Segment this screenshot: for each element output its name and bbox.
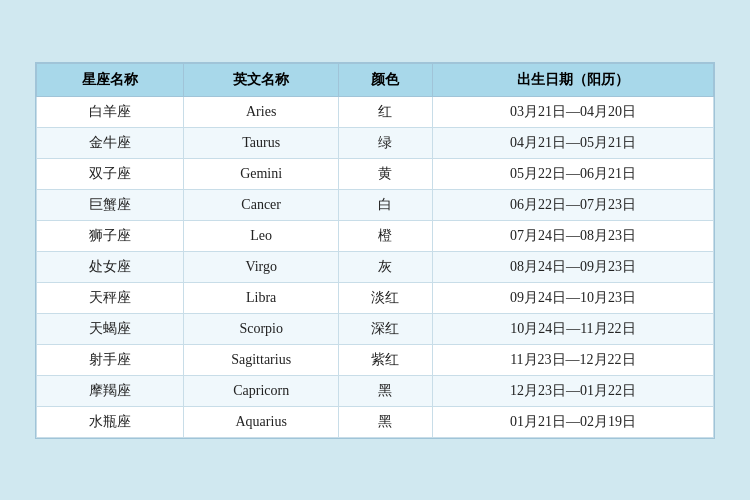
- zodiac-table-wrapper: 星座名称 英文名称 颜色 出生日期（阳历） 白羊座Aries红03月21日—04…: [35, 62, 715, 439]
- table-body: 白羊座Aries红03月21日—04月20日金牛座Taurus绿04月21日—0…: [37, 96, 714, 437]
- table-row: 天蝎座Scorpio深红10月24日—11月22日: [37, 313, 714, 344]
- cell-english-name: Sagittarius: [184, 344, 339, 375]
- cell-color: 深红: [339, 313, 433, 344]
- cell-english-name: Capricorn: [184, 375, 339, 406]
- table-row: 巨蟹座Cancer白06月22日—07月23日: [37, 189, 714, 220]
- cell-chinese-name: 摩羯座: [37, 375, 184, 406]
- cell-dates: 03月21日—04月20日: [432, 96, 713, 127]
- table-row: 摩羯座Capricorn黑12月23日—01月22日: [37, 375, 714, 406]
- table-row: 金牛座Taurus绿04月21日—05月21日: [37, 127, 714, 158]
- cell-dates: 06月22日—07月23日: [432, 189, 713, 220]
- cell-chinese-name: 双子座: [37, 158, 184, 189]
- table-row: 白羊座Aries红03月21日—04月20日: [37, 96, 714, 127]
- table-row: 水瓶座Aquarius黑01月21日—02月19日: [37, 406, 714, 437]
- cell-chinese-name: 金牛座: [37, 127, 184, 158]
- cell-color: 灰: [339, 251, 433, 282]
- cell-chinese-name: 天蝎座: [37, 313, 184, 344]
- cell-color: 紫红: [339, 344, 433, 375]
- table-header-row: 星座名称 英文名称 颜色 出生日期（阳历）: [37, 63, 714, 96]
- cell-english-name: Taurus: [184, 127, 339, 158]
- table-row: 射手座Sagittarius紫红11月23日—12月22日: [37, 344, 714, 375]
- cell-english-name: Gemini: [184, 158, 339, 189]
- header-english-name: 英文名称: [184, 63, 339, 96]
- table-row: 双子座Gemini黄05月22日—06月21日: [37, 158, 714, 189]
- cell-color: 黄: [339, 158, 433, 189]
- cell-english-name: Virgo: [184, 251, 339, 282]
- cell-chinese-name: 射手座: [37, 344, 184, 375]
- cell-chinese-name: 天秤座: [37, 282, 184, 313]
- cell-chinese-name: 巨蟹座: [37, 189, 184, 220]
- cell-color: 淡红: [339, 282, 433, 313]
- cell-chinese-name: 水瓶座: [37, 406, 184, 437]
- cell-dates: 09月24日—10月23日: [432, 282, 713, 313]
- cell-english-name: Cancer: [184, 189, 339, 220]
- cell-color: 橙: [339, 220, 433, 251]
- cell-dates: 01月21日—02月19日: [432, 406, 713, 437]
- cell-dates: 04月21日—05月21日: [432, 127, 713, 158]
- cell-english-name: Aries: [184, 96, 339, 127]
- cell-color: 绿: [339, 127, 433, 158]
- table-row: 天秤座Libra淡红09月24日—10月23日: [37, 282, 714, 313]
- table-row: 狮子座Leo橙07月24日—08月23日: [37, 220, 714, 251]
- cell-english-name: Leo: [184, 220, 339, 251]
- cell-english-name: Aquarius: [184, 406, 339, 437]
- zodiac-table: 星座名称 英文名称 颜色 出生日期（阳历） 白羊座Aries红03月21日—04…: [36, 63, 714, 438]
- cell-color: 黑: [339, 406, 433, 437]
- cell-color: 红: [339, 96, 433, 127]
- header-color: 颜色: [339, 63, 433, 96]
- header-chinese-name: 星座名称: [37, 63, 184, 96]
- table-row: 处女座Virgo灰08月24日—09月23日: [37, 251, 714, 282]
- header-dates: 出生日期（阳历）: [432, 63, 713, 96]
- cell-dates: 08月24日—09月23日: [432, 251, 713, 282]
- cell-dates: 11月23日—12月22日: [432, 344, 713, 375]
- cell-english-name: Scorpio: [184, 313, 339, 344]
- cell-chinese-name: 处女座: [37, 251, 184, 282]
- cell-english-name: Libra: [184, 282, 339, 313]
- cell-chinese-name: 狮子座: [37, 220, 184, 251]
- cell-chinese-name: 白羊座: [37, 96, 184, 127]
- cell-color: 黑: [339, 375, 433, 406]
- cell-dates: 10月24日—11月22日: [432, 313, 713, 344]
- cell-dates: 05月22日—06月21日: [432, 158, 713, 189]
- cell-color: 白: [339, 189, 433, 220]
- cell-dates: 07月24日—08月23日: [432, 220, 713, 251]
- cell-dates: 12月23日—01月22日: [432, 375, 713, 406]
